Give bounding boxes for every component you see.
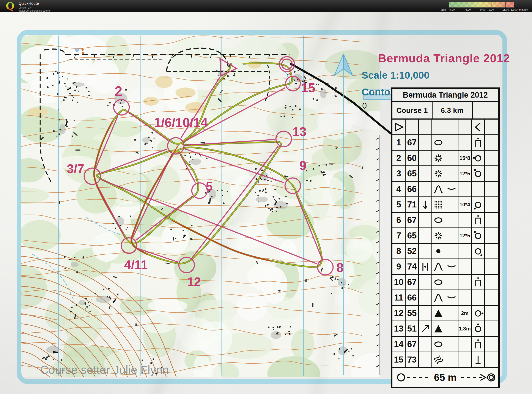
empty-cell [485,306,498,321]
finish-distance-value: 65 m [434,372,457,383]
empty-cell [419,213,432,228]
course-length: 6.3 km [432,102,473,119]
course-name: Course 1 [392,102,432,119]
empty-cell [485,352,498,367]
control-row-5: 57110*4 [392,197,498,213]
boulder-tri-symbol [432,321,445,336]
map-scale-text: Scale 1:10,000 [362,69,430,81]
control-row-6: 667 [392,213,498,228]
terrain-layer [0,21,403,394]
control-number-label: 5 [206,179,213,193]
control-number: 9 [392,259,406,274]
empty-cell [458,181,472,197]
circle-dot-l-symbol [472,150,485,166]
empty-cell [445,135,458,150]
control-number: 7 [392,228,406,243]
control-code: 66 [406,290,419,305]
pace-tick-label: 6:00 [466,8,471,11]
empty-cell [445,197,458,212]
bend-symbol [472,119,485,135]
star-symbol [432,150,445,166]
empty-cell [485,259,498,274]
control-number: 11 [392,290,406,305]
control-number: 12 [392,306,406,321]
empty-cell [445,275,458,290]
wavy-symbol [432,352,445,367]
hill-symbol [432,259,445,274]
hill-symbol [432,181,445,197]
control-number: 6 [392,213,406,228]
course-setter-credit: Course setter Julie Flynn [40,363,169,376]
empty-cell [485,119,498,135]
control-row-13: 13511.3m [392,321,498,337]
control-number: 14 [392,337,406,352]
empty-cell [485,244,498,259]
empty-cell [458,275,472,290]
empty-cell [458,337,472,352]
control-code: 55 [406,306,419,321]
control-number: 8 [392,244,406,259]
control-row-15: 1573 [392,352,498,368]
empty-cell [406,119,419,135]
empty-cell [445,321,458,336]
control-number: 2 [392,150,406,166]
control-number-label: 4/11 [124,257,148,272]
pole-symbol [472,352,485,367]
empty-cell [472,290,485,305]
control-card-title: Bermuda Triangle 2012 [392,89,498,102]
empty-cell [458,213,472,228]
empty-cell [485,228,498,243]
pace-tick-label: 9:00 [489,8,494,11]
control-number: 4 [392,181,406,197]
empty-cell [485,337,498,352]
app-titlebar: Q QuickRoute Version 2.4 matstroeng.se/q… [0,0,532,12]
control-descriptions-card: Bermuda Triangle 2012 Course 1 6.3 km 16… [391,88,500,388]
ruin-symbol [472,135,485,150]
control-row-10: 1067 [392,275,498,290]
circle-dot-tl-symbol [472,166,485,181]
hill-symbol [432,290,445,305]
control-code: 51 [406,321,419,336]
start-row [392,119,498,135]
pace-tick-label: 8:00 [480,8,485,11]
empty-cell [485,290,498,305]
pace-gradient-bar [448,2,514,8]
ruin-symbol [472,275,485,290]
control-row-8: 852 [392,244,498,259]
finish-distance-row: 65 m [392,368,498,387]
empty-cell [419,275,432,290]
control-card-header: Course 1 6.3 km [392,102,498,119]
pace-tick-label: 11:00 [502,8,509,11]
control-code: 66 [406,181,419,197]
dimension-text: 12*5 [458,166,472,181]
start-symbol [392,119,406,135]
empty-cell [445,244,458,259]
empty-cell [419,135,432,150]
empty-cell [419,352,432,367]
empty-cell [419,306,432,321]
quickroute-logo-icon: Q [5,1,16,14]
control-code: 74 [406,259,419,274]
control-number: 15 [392,352,406,367]
control-code: 67 [406,135,419,150]
empty-cell [445,306,458,321]
app-name: QuickRoute [19,1,39,6]
shallow-symbol [445,290,458,305]
star-symbol [432,166,445,181]
empty-cell [485,150,498,166]
empty-cell [458,244,472,259]
control-row-4: 466 [392,181,498,197]
map-title: Bermuda Triangle 2012 [378,52,510,65]
ellipse-symbol [432,275,445,290]
empty-cell [445,119,458,135]
control-number: 10 [392,275,406,290]
shallow-symbol [445,181,458,197]
empty-cell [485,135,498,150]
svg-text:Q: Q [6,1,15,12]
ellipse-symbol [432,213,445,228]
control-code: 67 [406,275,419,290]
empty-cell [458,135,472,150]
ruin-symbol [472,213,485,228]
pace-unit-label: min/km [519,8,528,11]
scanned-map-paper: Bermuda Triangle 2012 Scale 1:10,000 Con… [0,12,532,394]
